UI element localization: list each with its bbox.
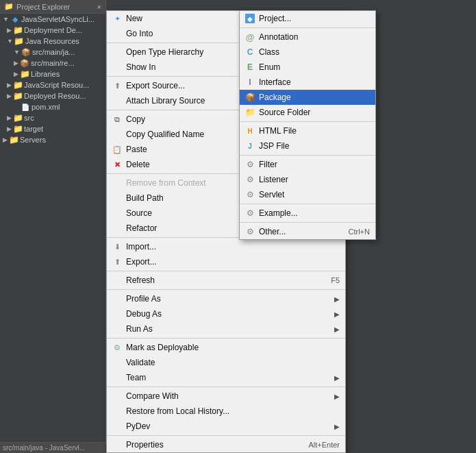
submenu-item-servlet[interactable]: ⚙ Servlet: [240, 187, 375, 202]
source-icon: [111, 208, 123, 219]
new-icon: ✦: [111, 13, 123, 24]
explorer-close-icon[interactable]: ×: [97, 3, 101, 11]
annotation-icon: @: [244, 32, 256, 42]
separator: [107, 435, 345, 436]
separator: [240, 27, 375, 28]
menu-item-profile-as[interactable]: Profile As ▶: [107, 291, 345, 306]
submenu-item-source-folder[interactable]: 📁 Source Folder: [240, 105, 375, 120]
tree-item-label: JavaScript Resou...: [24, 81, 89, 89]
submenu-item-label: Class: [259, 47, 279, 57]
submenu-item-label: Interface: [259, 77, 291, 87]
tree-item-pom[interactable]: 📄 pom.xml: [0, 101, 105, 112]
import-icon: ⬇: [111, 241, 123, 252]
submenu-item-other[interactable]: ⚙ Other... Ctrl+N: [240, 224, 375, 239]
submenu-item-label: Filter: [259, 160, 277, 169]
tree-item-src[interactable]: ▶ 📁 src: [0, 112, 105, 123]
tree-item-src-main-res[interactable]: ▶ 📦 src/main/re...: [0, 58, 105, 69]
tree-item-root[interactable]: ▼ ◆ JavaServletASyncLi...: [0, 14, 105, 25]
submenu-item-project[interactable]: ◆ Project...: [240, 11, 375, 26]
submenu-item-label: Example...: [259, 208, 298, 218]
hierarchy-icon: [111, 47, 123, 58]
menu-item-team[interactable]: Team ▶: [107, 370, 345, 385]
tree-item-servers[interactable]: ▶ 📁 Servers: [0, 134, 105, 145]
submenu-item-jsp[interactable]: J JSP File: [240, 138, 375, 154]
export2-icon: ⬆: [111, 256, 123, 267]
filter-icon: ⚙: [244, 159, 256, 170]
tree-item-target[interactable]: ▶ 📁 target: [0, 123, 105, 134]
tree-item-deployment[interactable]: ▶ 📁 Deployment De...: [0, 25, 105, 36]
tree-item-label: Java Resources: [25, 37, 79, 45]
menu-item-properties[interactable]: Properties Alt+Enter: [107, 437, 345, 452]
submenu-item-annotation[interactable]: @ Annotation: [240, 29, 375, 45]
project-icon: ◆: [244, 13, 256, 24]
menu-item-restore-history[interactable]: Restore from Local History...: [107, 404, 345, 419]
copy-qualified-icon: [111, 129, 123, 140]
menu-item-validate[interactable]: Validate: [107, 355, 345, 370]
jsp-icon: J: [244, 140, 256, 151]
folder-icon: 📁: [13, 25, 23, 35]
tree-item-deployed[interactable]: ▶ 📁 Deployed Resou...: [0, 90, 105, 101]
submenu-item-label: Enum: [259, 62, 280, 72]
menu-item-debug-as[interactable]: Debug As ▶: [107, 306, 345, 321]
separator: [240, 121, 375, 122]
file-icon: 📄: [21, 102, 30, 112]
arrow-icon: ▶: [334, 310, 340, 318]
tree-item-label: src/main/re...: [31, 59, 75, 67]
submenu-item-label: Servlet: [259, 190, 284, 199]
tree-item-label: Servers: [20, 136, 46, 144]
tree-item-src-main-java[interactable]: ▼ 📦 src/main/ja...: [0, 47, 105, 58]
arrow-icon: ▶: [334, 374, 340, 382]
separator: [240, 155, 375, 156]
copy-icon: ⧉: [111, 114, 123, 125]
restore-icon: [111, 406, 123, 417]
submenu-item-label: Project...: [259, 14, 291, 23]
menu-item-mark-deployable[interactable]: ⚙ Mark as Deployable: [107, 340, 345, 355]
deploy-icon: ⚙: [111, 342, 123, 353]
export-source-icon: ⬆: [111, 80, 123, 91]
separator: [107, 387, 345, 387]
submenu-item-interface[interactable]: I Interface: [240, 75, 375, 90]
refresh-icon: [111, 275, 123, 286]
separator: [107, 271, 345, 271]
properties-icon: [111, 439, 123, 450]
example-icon: ⚙: [244, 208, 256, 219]
servlet-icon: ⚙: [244, 189, 256, 200]
tree-item-label: JavaServletASyncLi...: [21, 15, 95, 23]
debug-icon: [111, 308, 123, 319]
refactor-icon: [111, 223, 123, 234]
submenu-item-html[interactable]: H HTML File: [240, 123, 375, 138]
package-icon: 📦: [20, 58, 29, 68]
enum-icon: E: [244, 62, 256, 73]
submenu-item-enum[interactable]: E Enum: [240, 60, 375, 75]
arrow-icon: ▶: [334, 423, 340, 430]
submenu-item-example[interactable]: ⚙ Example...: [240, 206, 375, 221]
submenu-item-listener[interactable]: ⚙ Listener: [240, 172, 375, 187]
tree-item-libraries[interactable]: ▶ 📁 Libraries: [0, 69, 105, 79]
menu-item-run-as[interactable]: Run As ▶: [107, 321, 345, 336]
menu-item-compare-with[interactable]: Compare With ▶: [107, 389, 345, 404]
go-into-icon: [111, 28, 123, 39]
menu-item-export[interactable]: ⬆ Export...: [107, 254, 345, 269]
separator: [240, 204, 375, 204]
source-folder-icon: 📁: [244, 107, 256, 118]
attach-icon: [111, 95, 123, 106]
build-path-icon: [111, 193, 123, 204]
submenu-item-package[interactable]: 📦 Package: [240, 90, 375, 105]
submenu-item-filter[interactable]: ⚙ Filter: [240, 157, 375, 172]
delete-icon: ✖: [111, 159, 123, 170]
tree-item-java-resources[interactable]: ▼ 📁 Java Resources: [0, 36, 105, 47]
tree-item-js-resources[interactable]: ▶ 📁 JavaScript Resou...: [0, 79, 105, 90]
submenu-item-class[interactable]: C Class: [240, 45, 375, 60]
new-submenu: ◆ Project... @ Annotation C Class E Enum…: [239, 10, 376, 240]
tree-item-label: Deployment De...: [24, 26, 82, 34]
package-icon: 📦: [244, 92, 256, 103]
submenu-item-label: JSP File: [259, 141, 289, 151]
status-bar: src/main/java - JavaServl...: [0, 442, 106, 453]
menu-item-import[interactable]: ⬇ Import...: [107, 239, 345, 254]
arrow-icon: ▶: [334, 326, 340, 333]
menu-item-pydev[interactable]: PyDev ▶: [107, 419, 345, 434]
run-icon: [111, 323, 123, 334]
menu-item-refresh[interactable]: Refresh F5: [107, 273, 345, 288]
paste-icon: 📋: [111, 144, 123, 155]
folder-icon: 📁: [13, 113, 23, 123]
